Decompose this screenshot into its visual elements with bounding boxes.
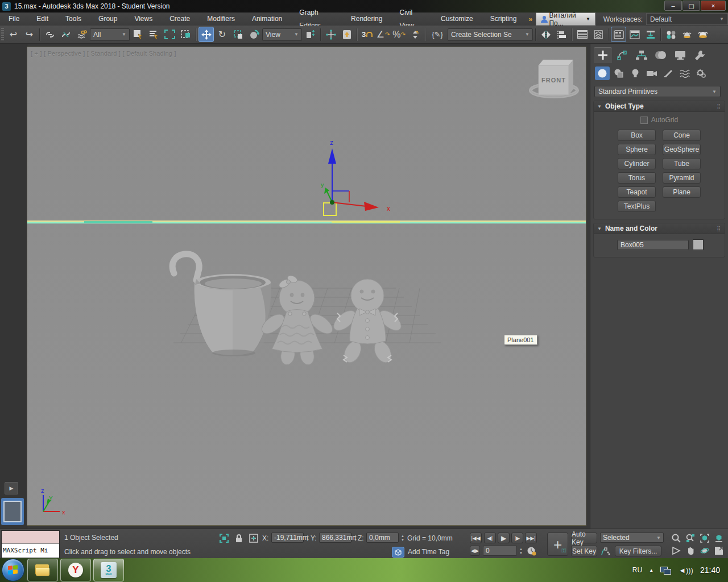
key-scope-dropdown[interactable]: Selected ▼ xyxy=(600,533,664,543)
select-by-name-button[interactable] xyxy=(146,27,162,42)
use-pivot-point-center-button[interactable] xyxy=(303,27,318,42)
select-and-manipulate-button[interactable] xyxy=(323,27,338,42)
taskbar-3dsmax-button[interactable]: 3 MAX xyxy=(93,559,124,581)
toggle-layer-explorer-button[interactable] xyxy=(590,27,606,42)
maxscript-listener-field[interactable]: MAXScript Mi xyxy=(2,544,59,558)
set-key-button[interactable]: Set Key xyxy=(571,546,597,556)
textplus-button[interactable]: TextPlus xyxy=(618,201,656,212)
category-helpers[interactable] xyxy=(661,66,676,80)
add-time-tag[interactable]: Add Time Tag xyxy=(408,548,449,556)
perspective-viewport[interactable]: z x y FRONT xyxy=(27,47,586,526)
tab-display[interactable] xyxy=(671,47,689,63)
menu-scripting[interactable]: Scripting xyxy=(482,13,526,26)
object-name-field[interactable]: Box005 xyxy=(617,240,689,250)
previous-frame-button[interactable]: ◀| xyxy=(484,533,496,543)
tab-motion[interactable] xyxy=(652,47,670,63)
edit-named-selection-sets-button[interactable]: {✎} xyxy=(428,27,447,42)
tube-button[interactable]: Tube xyxy=(663,158,701,169)
material-editor-button[interactable] xyxy=(663,27,679,42)
select-and-place-button[interactable] xyxy=(246,27,262,42)
minimize-button[interactable]: – xyxy=(664,1,682,11)
schematic-view-button[interactable] xyxy=(643,27,658,42)
curve-editor-button[interactable] xyxy=(627,27,642,42)
key-filters-button[interactable]: Key Filters... xyxy=(615,546,661,556)
zoom-button[interactable] xyxy=(671,533,681,543)
restore-button[interactable]: ▢ xyxy=(682,1,700,11)
absolute-offset-mode-toggle[interactable] xyxy=(249,533,259,543)
selected-plane-edge[interactable] xyxy=(27,221,586,223)
play-button[interactable]: ▶ xyxy=(498,533,510,543)
scene-object-gingerbread-man[interactable] xyxy=(330,279,405,365)
plane-button[interactable]: Plane xyxy=(663,186,701,198)
select-and-link-button[interactable] xyxy=(42,27,57,42)
auto-key-button[interactable]: Auto Key xyxy=(571,533,597,543)
teapot-button[interactable]: Teapot xyxy=(618,186,656,198)
pan-view-button[interactable] xyxy=(685,546,696,556)
set-keys-button[interactable]: + ⚿ xyxy=(547,533,568,556)
percent-snap-toggle[interactable]: %↷ xyxy=(391,27,407,42)
object-type-rollout-header[interactable]: ▼ Object Type ⣿ xyxy=(594,101,725,112)
zoom-extents-all-button[interactable] xyxy=(714,533,724,543)
category-space-warps[interactable] xyxy=(677,66,692,80)
snaps-toggle-3d[interactable]: 3 xyxy=(359,27,375,42)
x-spinner[interactable]: ▲▼ xyxy=(306,533,309,543)
geosphere-button[interactable]: GeoSphere xyxy=(663,144,701,155)
y-coord-field[interactable]: 866,331mn xyxy=(319,533,351,543)
tab-hierarchy[interactable] xyxy=(632,47,651,63)
next-frame-button[interactable]: |▶ xyxy=(511,533,523,543)
network-icon[interactable] xyxy=(660,566,672,575)
isolate-selection-toggle[interactable] xyxy=(219,533,229,543)
category-lights[interactable] xyxy=(628,66,643,80)
category-geometry[interactable] xyxy=(595,66,610,80)
select-and-rotate-button[interactable]: ↻ xyxy=(214,27,230,42)
window-crossing-toggle[interactable] xyxy=(178,27,193,42)
move-gizmo[interactable]: z x y xyxy=(321,139,390,215)
viewcube[interactable]: FRONT xyxy=(531,60,577,97)
undo-button[interactable]: ↩ xyxy=(6,27,21,42)
zoom-extents-button[interactable] xyxy=(700,533,710,543)
cylinder-button[interactable]: Cylinder xyxy=(618,158,656,169)
category-shapes[interactable] xyxy=(611,66,626,80)
tab-create[interactable] xyxy=(594,47,612,63)
toggle-ribbon-button[interactable] xyxy=(611,27,626,42)
angle-snap-toggle[interactable]: ∠↷ xyxy=(375,27,391,42)
spinner-snap-toggle[interactable] xyxy=(407,27,423,42)
taskbar-explorer-button[interactable] xyxy=(27,559,58,581)
select-object-button[interactable] xyxy=(130,27,146,42)
select-and-move-button[interactable] xyxy=(198,27,214,42)
torus-button[interactable]: Torus xyxy=(618,172,656,184)
volume-icon[interactable]: ◄))) xyxy=(679,566,693,575)
workspace-dropdown[interactable]: Default ▼ xyxy=(646,13,728,25)
object-color-swatch[interactable] xyxy=(693,239,704,250)
maxscript-macro-recorder[interactable] xyxy=(2,531,59,544)
field-of-view-button[interactable] xyxy=(671,546,681,556)
maximize-viewport-toggle[interactable] xyxy=(714,546,724,556)
mirror-button[interactable] xyxy=(538,27,553,42)
menu-create[interactable]: Create xyxy=(161,13,198,26)
bind-to-space-warp-button[interactable] xyxy=(74,27,89,42)
sphere-button[interactable]: Sphere xyxy=(618,144,656,155)
tab-utilities[interactable] xyxy=(690,47,709,63)
selection-filter-dropdown[interactable]: All ▼ xyxy=(90,28,130,41)
y-spinner[interactable]: ▲▼ xyxy=(354,533,357,543)
close-button[interactable]: × xyxy=(701,1,726,11)
pyramid-button[interactable]: Pyramid xyxy=(663,172,701,184)
tab-modify[interactable] xyxy=(613,47,631,63)
primitive-category-dropdown[interactable]: Standard Primitives ▼ xyxy=(594,86,721,97)
tray-expand-button[interactable]: ▲ xyxy=(649,568,653,573)
menu-overflow-chevron[interactable]: » xyxy=(525,15,536,23)
rectangular-selection-region-button[interactable] xyxy=(162,27,177,42)
start-button[interactable] xyxy=(2,559,24,581)
toolbar-drag-handle[interactable] xyxy=(1,28,4,41)
user-account-button[interactable]: Виталий По... ▼ xyxy=(536,13,595,26)
select-and-scale-button[interactable] xyxy=(230,27,246,42)
time-configuration-button[interactable] xyxy=(526,546,536,556)
taskbar-clock[interactable]: 21:40 xyxy=(700,566,720,575)
scene-object-mug[interactable] xyxy=(172,254,271,356)
name-color-rollout-header[interactable]: ▼ Name and Color ⣿ xyxy=(594,223,725,234)
autogrid-checkbox[interactable] xyxy=(640,117,648,124)
menu-edit[interactable]: Edit xyxy=(28,13,57,26)
frame-spinner[interactable]: ▲▼ xyxy=(519,546,523,556)
reference-coordinate-system-dropdown[interactable]: View ▼ xyxy=(262,28,302,41)
align-button[interactable] xyxy=(554,27,569,42)
